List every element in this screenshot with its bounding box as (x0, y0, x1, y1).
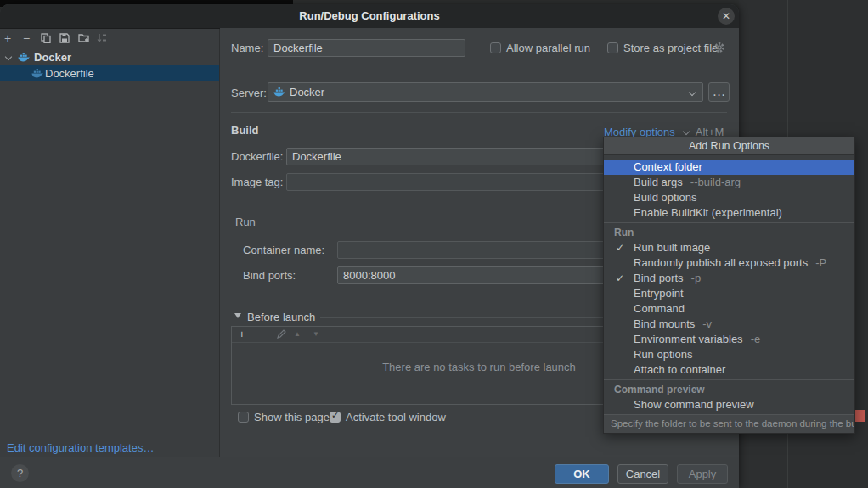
checkmark-icon: ✓ (616, 271, 624, 286)
run-section-title: Run (235, 213, 256, 231)
store-as-project-file-checkbox[interactable] (607, 42, 618, 53)
popup-title: Add Run Options (604, 137, 854, 155)
show-this-page-checkbox[interactable] (238, 412, 249, 423)
popup-menu-item-label: Run options (634, 348, 692, 361)
popup-menu-item-label: Run built image (634, 241, 710, 254)
ok-button[interactable]: OK (555, 464, 609, 484)
popup-menu-item-label: Context folder (634, 160, 702, 173)
sidebar-toolbar: + − (0, 29, 219, 48)
docker-icon (18, 53, 30, 63)
popup-menu-item-label: Enable BuildKit (experimental) (634, 206, 782, 219)
dialog-title: Run/Debug Configurations (0, 4, 739, 28)
apply-button[interactable]: Apply (677, 464, 728, 484)
container-name-label: Container name: (243, 241, 324, 259)
popup-menu-item[interactable]: ✓Run built image (604, 240, 854, 255)
activate-tool-window-checkbox[interactable] (330, 412, 341, 423)
add-icon[interactable]: + (4, 31, 11, 45)
popup-menu-item-label: Bind mounts (634, 317, 695, 330)
docker-icon (31, 69, 43, 79)
bind-ports-label: Bind ports: (243, 266, 296, 284)
popup-menu-item[interactable]: Context folder (604, 160, 854, 175)
popup-menu-item-label: Show command preview (634, 398, 754, 411)
popup-menu-item-label: Bind ports (634, 272, 684, 284)
dockerfile-label: Dockerfile: (231, 148, 283, 165)
configurations-sidebar: + − Docker Dock (0, 29, 220, 457)
server-label: Server: (231, 84, 267, 102)
popup-menu-item-label: Entrypoint (634, 287, 684, 300)
server-selected-value: Docker (290, 86, 324, 98)
popup-menu-item-label: Build args (634, 176, 683, 188)
move-down-icon[interactable]: ▼ (313, 327, 319, 342)
move-up-icon[interactable]: ▲ (294, 327, 301, 342)
collapse-arrow-icon[interactable] (234, 313, 241, 318)
server-select[interactable]: Docker (268, 82, 703, 102)
dialog-titlebar[interactable]: Run/Debug Configurations (0, 4, 739, 29)
chevron-down-icon (689, 89, 696, 96)
tree-item-docker-root[interactable]: Docker (0, 49, 219, 65)
popup-menu-item-label: Environment variables (634, 333, 743, 345)
tree-item-dockerfile[interactable]: Dockerfile (0, 65, 219, 81)
popup-section-header: Run (604, 225, 854, 240)
tree-item-label: Docker (34, 49, 71, 65)
popup-menu-item-label: Build options (634, 191, 696, 204)
build-section-title: Build (231, 124, 259, 137)
popup-separator (604, 222, 854, 223)
edit-task-icon[interactable] (276, 329, 286, 339)
checkmark-icon: ✓ (616, 240, 624, 255)
popup-menu-item-label: Randomly publish all exposed ports (634, 256, 808, 269)
activate-tool-window-label: Activate tool window (346, 411, 446, 423)
popup-menu-item[interactable]: Show command preview (604, 397, 854, 412)
cancel-button[interactable]: Cancel (617, 464, 668, 484)
popup-menu-item-shortcut: -e (751, 333, 761, 345)
remove-task-icon[interactable]: − (257, 327, 264, 342)
name-label: Name: (231, 39, 263, 57)
name-input[interactable] (268, 39, 465, 57)
popup-menu-item[interactable]: Bind mounts-v (604, 317, 854, 332)
popup-menu-item[interactable]: Entrypoint (604, 286, 854, 301)
section-divider (231, 112, 727, 113)
show-this-page-label: Show this page (254, 411, 330, 423)
popup-menu-item[interactable]: Build args--build-arg (604, 175, 854, 190)
popup-menu-item[interactable]: Randomly publish all exposed ports-P (604, 255, 854, 271)
popup-menu-item[interactable]: Build options (604, 190, 854, 205)
close-icon[interactable]: ✕ (718, 8, 735, 25)
copy-icon[interactable] (41, 33, 51, 43)
sort-alpha-icon[interactable] (97, 33, 107, 43)
popup-menu-item-shortcut: -P (815, 256, 826, 269)
popup-section-header: Command preview (604, 382, 854, 397)
image-tag-label: Image tag: (231, 173, 283, 191)
popup-menu-item-shortcut: --build-arg (690, 176, 741, 188)
store-as-project-file-label: Store as project file (623, 42, 718, 54)
dialog-footer: ? OK Cancel Apply (0, 457, 739, 488)
popup-menu-item[interactable]: Attach to container (604, 362, 854, 378)
popup-separator (604, 379, 854, 380)
add-task-icon[interactable]: + (239, 327, 245, 342)
help-button[interactable]: ? (11, 464, 29, 482)
allow-parallel-run-checkbox[interactable] (490, 42, 501, 53)
popup-menu-item[interactable]: Enable BuildKit (experimental) (604, 205, 854, 221)
add-run-options-popup: Add Run Options Context folderBuild args… (603, 137, 855, 434)
chevron-down-icon (683, 128, 690, 135)
save-icon[interactable] (59, 33, 70, 43)
popup-item-list: Context folderBuild args--build-argBuild… (604, 155, 854, 414)
new-folder-icon[interactable] (78, 33, 90, 43)
allow-parallel-run-label: Allow parallel run (506, 42, 590, 54)
popup-menu-item-label: Attach to container (634, 363, 725, 376)
popup-menu-item[interactable]: ✓Bind ports-p (604, 271, 854, 286)
popup-menu-item[interactable]: Run options (604, 347, 854, 362)
popup-hint-footer: Specify the folder to be sent to the dae… (604, 414, 854, 433)
remove-icon[interactable]: − (23, 31, 30, 45)
popup-menu-item[interactable]: Command (604, 301, 854, 317)
server-browse-button[interactable]: … (708, 82, 730, 102)
popup-menu-item-shortcut: -v (702, 317, 712, 330)
docker-icon (273, 87, 285, 98)
gear-icon[interactable] (713, 42, 725, 53)
edit-configuration-templates-link[interactable]: Edit configuration templates… (7, 441, 154, 454)
popup-menu-item-shortcut: -p (691, 272, 702, 284)
red-marker (855, 410, 865, 422)
tree-item-label: Dockerfile (45, 65, 94, 81)
popup-menu-item[interactable]: Environment variables-e (604, 332, 854, 347)
before-launch-title[interactable]: Before launch (247, 308, 315, 326)
popup-menu-item-label: Command (634, 302, 685, 315)
chevron-down-icon[interactable] (5, 53, 12, 60)
